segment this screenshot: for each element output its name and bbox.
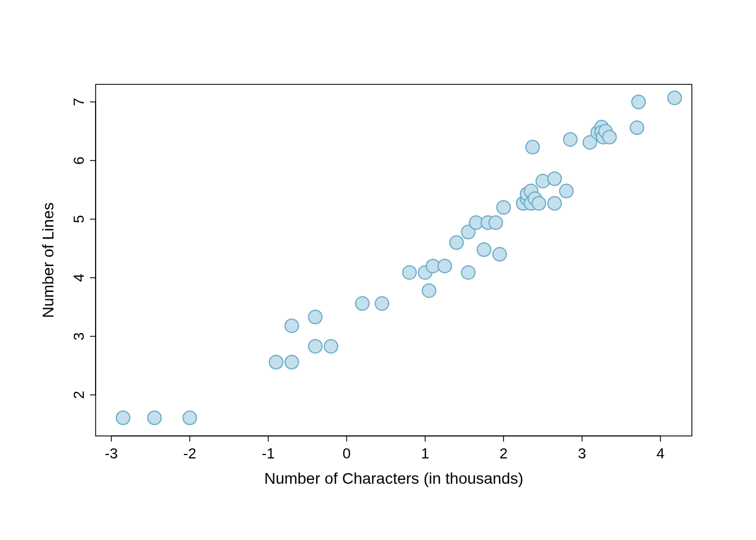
- x-tick-label: 3: [578, 445, 586, 462]
- data-point: [462, 266, 475, 279]
- data-point: [532, 196, 546, 210]
- x-tick-label: -3: [105, 445, 118, 462]
- y-tick-label: 7: [70, 98, 87, 106]
- x-tick-label: 2: [500, 445, 507, 462]
- data-point: [450, 236, 464, 249]
- data-point: [630, 121, 644, 134]
- data-point: [285, 356, 299, 369]
- x-tick-label: 1: [421, 445, 429, 462]
- data-point: [269, 356, 283, 369]
- y-tick-label: 5: [70, 215, 87, 223]
- y-tick-label: 4: [70, 274, 87, 282]
- data-point: [477, 243, 490, 256]
- data-point: [324, 340, 338, 353]
- data-point: [148, 411, 161, 425]
- data-point: [375, 297, 389, 310]
- data-point: [116, 411, 130, 425]
- data-point: [183, 411, 196, 425]
- data-point: [668, 91, 681, 105]
- data-point: [536, 174, 550, 188]
- data-point: [285, 319, 299, 332]
- scatter-chart: -3-2-101234Number of Characters (in thou…: [0, 0, 756, 540]
- x-tick-label: 4: [656, 445, 664, 462]
- data-point: [548, 196, 561, 210]
- y-axis-label: Number of Lines: [39, 202, 57, 318]
- data-point: [493, 248, 506, 261]
- y-tick-label: 6: [70, 156, 87, 164]
- x-tick-label: 0: [343, 445, 350, 462]
- data-point: [632, 95, 645, 109]
- data-point: [497, 201, 510, 214]
- data-point: [438, 259, 452, 273]
- data-point: [526, 140, 539, 154]
- data-point: [489, 216, 502, 230]
- x-tick-label: -2: [183, 445, 196, 462]
- data-point: [548, 172, 561, 186]
- data-point: [309, 340, 322, 353]
- data-point: [560, 184, 573, 198]
- data-point: [564, 133, 577, 146]
- y-tick-label: 2: [70, 391, 87, 399]
- data-point: [356, 297, 369, 310]
- y-tick-label: 3: [70, 332, 87, 340]
- data-point: [309, 310, 322, 324]
- data-point: [403, 266, 416, 279]
- x-axis-label: Number of Characters (in thousands): [264, 470, 524, 487]
- x-tick-label: -1: [262, 445, 274, 462]
- data-point: [603, 130, 616, 144]
- data-point: [422, 284, 436, 298]
